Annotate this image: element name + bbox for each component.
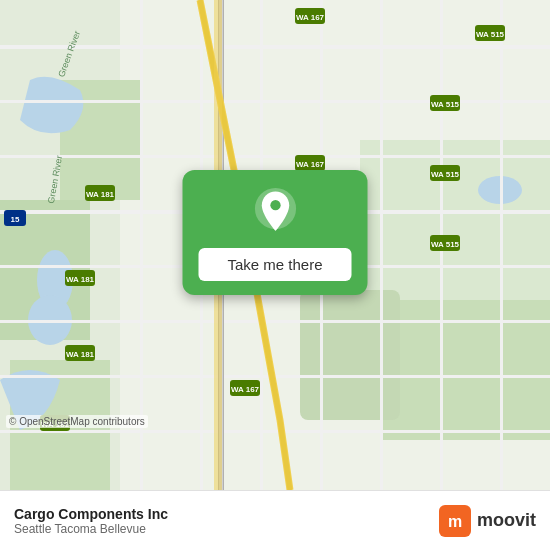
svg-rect-13 xyxy=(0,100,550,103)
map-container: 15 WA 167 WA 167 WA 167 WA 181 WA 181 WA… xyxy=(0,0,550,490)
svg-text:WA 515: WA 515 xyxy=(431,240,460,249)
svg-text:WA 515: WA 515 xyxy=(431,170,460,179)
svg-text:WA 167: WA 167 xyxy=(231,385,260,394)
svg-rect-24 xyxy=(380,0,383,490)
svg-text:WA 181: WA 181 xyxy=(66,275,95,284)
svg-text:m: m xyxy=(448,513,462,530)
popup-card: Take me there xyxy=(183,170,368,295)
svg-rect-17 xyxy=(0,320,550,323)
location-pin-icon xyxy=(251,188,299,236)
svg-text:WA 181: WA 181 xyxy=(66,350,95,359)
osm-attribution: © OpenStreetMap contributors xyxy=(6,415,148,428)
svg-text:WA 515: WA 515 xyxy=(476,30,505,39)
svg-rect-7 xyxy=(300,290,400,420)
svg-rect-14 xyxy=(0,155,550,158)
bottom-bar: Cargo Components Inc Seattle Tacoma Bell… xyxy=(0,490,550,550)
location-name: Seattle Tacoma Bellevue xyxy=(14,522,168,536)
svg-point-57 xyxy=(270,200,280,210)
moovit-logo: m moovit xyxy=(439,505,536,537)
svg-text:WA 167: WA 167 xyxy=(296,13,325,22)
svg-rect-19 xyxy=(0,430,550,433)
svg-rect-12 xyxy=(0,45,550,49)
location-info: Cargo Components Inc Seattle Tacoma Bell… xyxy=(14,506,168,536)
svg-rect-26 xyxy=(500,0,503,490)
company-name: Cargo Components Inc xyxy=(14,506,168,522)
svg-text:WA 167: WA 167 xyxy=(296,160,325,169)
svg-text:WA 181: WA 181 xyxy=(86,190,115,199)
svg-text:WA 515: WA 515 xyxy=(431,100,460,109)
moovit-icon: m xyxy=(439,505,471,537)
take-me-there-button[interactable]: Take me there xyxy=(199,248,352,281)
moovit-text: moovit xyxy=(477,510,536,531)
svg-text:15: 15 xyxy=(11,215,20,224)
